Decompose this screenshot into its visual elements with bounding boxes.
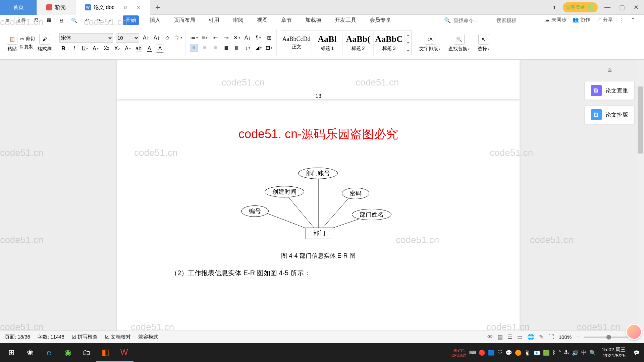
menu-addin[interactable]: 加载项 [303, 15, 324, 25]
redo-icon[interactable]: ↷ [95, 17, 103, 24]
style-h2[interactable]: AaBb(标题 2 [343, 31, 374, 55]
italic-button[interactable]: I [70, 45, 78, 53]
text-direction-button[interactable]: ↕A文字排版 [419, 34, 440, 52]
phonetic-icon[interactable]: ㄅ [174, 34, 182, 42]
tray-bluetooth-icon[interactable]: ᛒ [552, 350, 556, 356]
taskbar-clock[interactable]: 15:02 周三 2021/8/25 [599, 347, 628, 359]
share-button[interactable]: ↗ 分享 [596, 17, 613, 24]
search-template-input[interactable] [496, 17, 537, 23]
justify-button[interactable]: ≣ [222, 44, 230, 52]
menu-vip[interactable]: 会员专享 [367, 15, 394, 25]
paragraph-mark-icon[interactable]: ¶ [254, 34, 262, 42]
style-body[interactable]: AaBbCcDd正文 [281, 31, 312, 55]
align-right-button[interactable]: ≡ [211, 44, 219, 52]
save-as-icon[interactable]: 🖬 [44, 17, 53, 24]
sync-status[interactable]: ☁ 未同步 [545, 17, 566, 24]
tray-ime[interactable]: 中 [581, 349, 587, 356]
notification-center-icon[interactable]: 💬 [631, 350, 642, 355]
undo-icon[interactable]: ↶ [83, 17, 91, 24]
shrink-font-icon[interactable]: A↓ [153, 34, 161, 42]
distribute-button[interactable]: ⫼ [233, 44, 241, 52]
copy-button[interactable]: ⎘ 复制 [20, 44, 35, 50]
styles-scroll[interactable]: ▴▾▾ [405, 31, 411, 55]
tray-icon[interactable]: 🟦 [488, 350, 495, 356]
line-spacing-icon[interactable]: ↕ [244, 44, 252, 52]
paste-button[interactable]: 📋粘贴 [7, 34, 17, 52]
layout-button[interactable]: 🗎论文排版 [584, 105, 635, 124]
collapse-ribbon-icon[interactable]: ⌃ [631, 17, 635, 24]
taskbar-wps[interactable]: W [115, 343, 133, 362]
tray-icon[interactable]: 🔴 [479, 350, 485, 356]
menu-review[interactable]: 审阅 [230, 15, 246, 25]
hamburger-icon[interactable]: ≡ [4, 17, 11, 24]
panel-collapse-icon[interactable]: ≙ [607, 67, 612, 74]
more-icon[interactable]: ⋮ [619, 17, 625, 24]
align-center-button[interactable]: ≡ [201, 44, 209, 52]
tab-stops-icon[interactable]: ⊞ [265, 34, 273, 42]
font-size-select[interactable]: 10 [116, 33, 139, 43]
tab-document[interactable]: W 论文.doc ⧉ ✕ [75, 0, 150, 15]
tab-window-icon[interactable]: ⧉ [124, 5, 127, 10]
start-button[interactable]: ⊞ [2, 343, 21, 362]
styles-gallery[interactable]: AaBbCcDd正文 AaBl标题 1 AaBb(标题 2 AaBbC标题 3 … [281, 31, 412, 55]
cpu-temp[interactable]: 85°CCPU温度 [451, 348, 467, 358]
tray-icon[interactable]: 🟠 [515, 350, 522, 356]
tray-icon[interactable]: 🐧 [524, 350, 531, 356]
status-page[interactable]: 页面: 18/36 [5, 334, 30, 340]
shading-icon[interactable]: ◢ [254, 44, 262, 52]
align-left-button[interactable]: ≡ [190, 44, 198, 52]
floating-assistant-button[interactable] [626, 324, 642, 340]
tray-icon[interactable]: 📧 [534, 350, 540, 356]
clear-format-icon[interactable]: ◇ [163, 34, 171, 42]
status-spellcheck[interactable]: ☑ 拼写检查 [72, 334, 98, 340]
find-replace-button[interactable]: 🔍查找替换 [448, 34, 470, 52]
bold-button[interactable]: B [59, 45, 67, 53]
asian-layout-icon[interactable]: ✕ [233, 34, 241, 42]
zoom-thumb[interactable] [606, 335, 611, 340]
underline-button[interactable]: U [81, 45, 89, 53]
menu-references[interactable]: 引用 [206, 15, 222, 25]
text-effects-icon[interactable]: A [124, 45, 132, 53]
tab-home[interactable]: 首页 [0, 0, 37, 15]
taskbar-explorer[interactable]: 🗂 [77, 343, 96, 362]
menu-developer[interactable]: 开发工具 [332, 15, 359, 25]
tab-docer[interactable]: 稻壳 [37, 0, 75, 15]
font-color-button[interactable]: A [145, 45, 153, 53]
tab-close-icon[interactable]: ✕ [137, 5, 141, 10]
tray-volume-icon[interactable]: 🔊 [572, 350, 579, 356]
tray-search-icon[interactable]: 🔍 [589, 350, 596, 356]
maximize-button[interactable]: ▢ [617, 4, 627, 11]
status-words[interactable]: 字数: 11448 [38, 334, 64, 340]
subscript-button[interactable]: X₂ [113, 45, 121, 53]
close-window-button[interactable]: ✕ [632, 4, 641, 11]
tray-icon[interactable]: 🟩 [543, 350, 550, 356]
window-count-badge[interactable]: 1 [551, 4, 558, 11]
print-icon[interactable]: 🖨 [57, 17, 66, 24]
edit-icon[interactable]: ✎ [539, 334, 544, 341]
decrease-indent-icon[interactable]: ⇤ [211, 34, 219, 42]
char-border-icon[interactable]: A [156, 45, 164, 53]
taskbar-obs[interactable]: ❀ [21, 343, 40, 362]
eye-protect-icon[interactable]: 👁 [487, 334, 493, 341]
menu-insert[interactable]: 插入 [147, 15, 163, 25]
numbering-icon[interactable]: ≡ [201, 34, 209, 42]
new-tab-button[interactable]: + [150, 0, 165, 14]
bullets-icon[interactable]: ≔ [190, 34, 198, 42]
style-h1[interactable]: AaBl标题 1 [312, 31, 343, 55]
taskbar-ie[interactable]: e [40, 343, 58, 362]
collab-button[interactable]: 👥 协作 [573, 17, 590, 24]
grow-font-icon[interactable]: A↑ [142, 34, 150, 42]
menu-pagelayout[interactable]: 页面布局 [171, 15, 198, 25]
save-icon[interactable]: 🖫 [32, 17, 41, 24]
tray-icon[interactable]: 💬 [505, 350, 512, 356]
guest-login-button[interactable]: 访客登录 [563, 2, 598, 12]
tray-icon[interactable]: 🛡 [497, 350, 503, 356]
strike-button[interactable]: A̶ [92, 45, 100, 53]
file-menu[interactable]: 文件 [14, 16, 29, 24]
qat-dropdown[interactable] [106, 17, 113, 24]
zoom-out-button[interactable]: − [576, 334, 580, 341]
page-view-icon[interactable]: ▤ [497, 334, 503, 341]
search-command-input[interactable] [453, 17, 494, 23]
fit-icon[interactable]: ⛶ [548, 334, 554, 341]
zoom-slider[interactable] [584, 337, 631, 338]
